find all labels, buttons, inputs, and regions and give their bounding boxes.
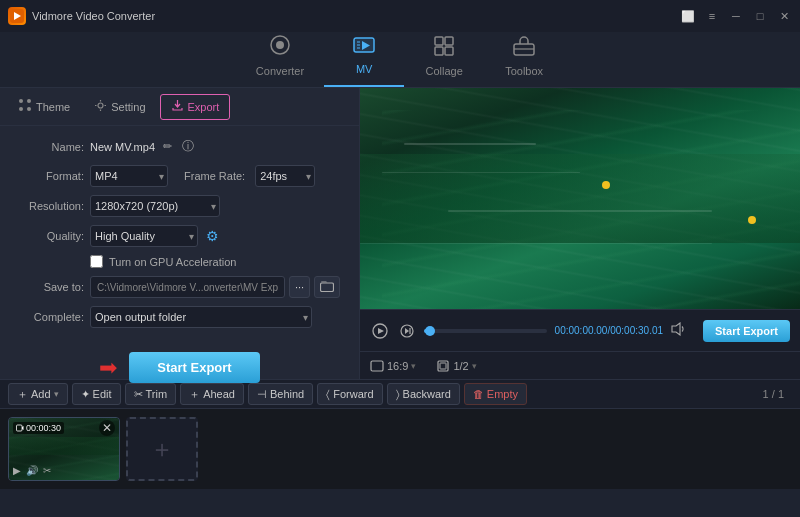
- tab-converter[interactable]: Converter: [236, 28, 324, 87]
- edit-button[interactable]: ✦ Edit: [72, 383, 121, 405]
- foam-1: [404, 143, 536, 145]
- quality-settings-button[interactable]: ⚙: [204, 226, 221, 246]
- tab-collage[interactable]: Collage: [404, 30, 484, 87]
- nav-tabs: Converter MV Collage: [0, 32, 800, 88]
- start-export-right-button[interactable]: Start Export: [703, 320, 790, 342]
- ahead-button[interactable]: ＋ Ahead: [180, 383, 244, 405]
- aspect-ratio-select[interactable]: 16:9 ▾: [370, 359, 416, 373]
- svg-rect-25: [440, 363, 446, 369]
- setting-icon: [94, 99, 107, 115]
- skip-button[interactable]: [398, 322, 416, 340]
- add-clip-button[interactable]: ＋: [126, 417, 198, 481]
- svg-rect-8: [435, 47, 443, 55]
- backward-label: Backward: [403, 388, 451, 400]
- svg-marker-22: [672, 323, 680, 335]
- trim-label: Trim: [146, 388, 168, 400]
- svg-point-13: [27, 99, 31, 103]
- export-settings: Name: New MV.mp4 ✏ ⓘ Format: MP4 Frame R…: [0, 126, 359, 338]
- titlebar: Vidmore Video Converter ⬜ ≡ ─ □ ✕: [0, 0, 800, 32]
- ahead-icon: ＋: [189, 387, 200, 402]
- clip-audio-icon[interactable]: 🔊: [26, 465, 38, 476]
- edit-name-button[interactable]: ✏: [161, 138, 174, 155]
- sub-tabs: Theme Setting Export: [0, 88, 359, 126]
- bottom-toolbar: ＋ Add ▾ ✦ Edit ✂ Trim ＋ Ahead ⊣ Behind 〈…: [0, 379, 800, 409]
- resolution-label: Resolution:: [12, 200, 84, 212]
- edit-label: Edit: [93, 388, 112, 400]
- complete-label: Complete:: [12, 311, 84, 323]
- player-controls: 00:00:00.00/00:00:30.01 Start Export: [360, 309, 800, 351]
- framerate-select-wrap: 24fps: [255, 165, 315, 187]
- mv-label: MV: [356, 63, 373, 75]
- name-value: New MV.mp4: [90, 141, 155, 153]
- theme-icon: [18, 98, 32, 115]
- empty-button[interactable]: 🗑 Empty: [464, 383, 527, 405]
- framerate-select[interactable]: 24fps: [255, 165, 315, 187]
- forward-icon: 〈: [326, 388, 330, 401]
- ratio-row: 16:9 ▾ 1/2 ▾: [360, 351, 800, 379]
- svg-rect-26: [17, 425, 23, 431]
- tab-toolbox[interactable]: Toolbox: [484, 30, 564, 87]
- add-clip-icon: ＋: [150, 433, 174, 465]
- left-panel: Theme Setting Export: [0, 88, 360, 379]
- foam-2: [382, 172, 580, 173]
- gpu-label[interactable]: Turn on GPU Acceleration: [109, 256, 236, 268]
- menu-icon[interactable]: ≡: [704, 8, 720, 24]
- maximize-button[interactable]: □: [752, 8, 768, 24]
- timeline-clip: ✕ 00:00:30 ▶ 🔊 ✂: [8, 417, 120, 481]
- clip-play-icon[interactable]: ▶: [13, 465, 21, 476]
- toolbox-label: Toolbox: [505, 65, 543, 77]
- add-label: Add: [31, 388, 51, 400]
- framerate-label: Frame Rate:: [184, 170, 245, 182]
- trim-button[interactable]: ✂ Trim: [125, 383, 177, 405]
- complete-row: Complete: Open output folder: [12, 306, 347, 328]
- clip-controls: ▶ 🔊 ✂: [13, 465, 51, 476]
- close-button[interactable]: ✕: [776, 8, 792, 24]
- add-button[interactable]: ＋ Add ▾: [8, 383, 68, 405]
- name-label: Name:: [12, 141, 84, 153]
- quality-row: Quality: High Quality ⚙: [12, 225, 347, 247]
- clip-close-button[interactable]: ✕: [99, 420, 115, 436]
- backward-button[interactable]: 〉 Backward: [387, 383, 460, 405]
- quality-select-wrap: High Quality: [90, 225, 198, 247]
- resolution-scale-select[interactable]: 1/2 ▾: [436, 359, 476, 373]
- export-icon: [171, 99, 184, 115]
- behind-label: Behind: [270, 388, 304, 400]
- saveto-label: Save to:: [12, 281, 84, 293]
- tab-export[interactable]: Export: [160, 94, 231, 120]
- format-row: Format: MP4 Frame Rate: 24fps: [12, 165, 347, 187]
- clip-trim-icon[interactable]: ✂: [43, 465, 51, 476]
- behind-button[interactable]: ⊣ Behind: [248, 383, 313, 405]
- trim-icon: ✂: [134, 388, 143, 401]
- gpu-checkbox[interactable]: [90, 255, 103, 268]
- converter-label: Converter: [256, 65, 304, 77]
- theme-label: Theme: [36, 101, 70, 113]
- tab-theme[interactable]: Theme: [8, 94, 80, 119]
- path-folder-button[interactable]: [314, 276, 340, 298]
- forward-button[interactable]: 〈 Forward: [317, 383, 382, 405]
- complete-select[interactable]: Open output folder: [90, 306, 312, 328]
- svg-point-3: [276, 41, 284, 49]
- path-dots-button[interactable]: ···: [289, 276, 310, 298]
- minimize-button[interactable]: ─: [728, 8, 744, 24]
- svg-point-12: [19, 99, 23, 103]
- clip-duration: 00:00:30: [13, 422, 64, 434]
- volume-icon[interactable]: [671, 322, 687, 339]
- resolution-select[interactable]: 1280x720 (720p): [90, 195, 220, 217]
- tab-setting[interactable]: Setting: [84, 95, 155, 119]
- empty-label: Empty: [487, 388, 518, 400]
- behind-icon: ⊣: [257, 388, 267, 401]
- format-select[interactable]: MP4: [90, 165, 168, 187]
- svg-rect-7: [445, 37, 453, 45]
- foam-4: [360, 243, 712, 244]
- start-export-left-button[interactable]: Start Export: [129, 352, 259, 383]
- play-button[interactable]: [370, 321, 390, 341]
- progress-bar[interactable]: [424, 329, 547, 333]
- quality-select[interactable]: High Quality: [90, 225, 198, 247]
- ocean-deep: [360, 154, 800, 242]
- tab-mv[interactable]: MV: [324, 30, 404, 87]
- name-info-button[interactable]: ⓘ: [180, 136, 196, 157]
- app-icon: [8, 7, 26, 25]
- aspect-ratio-value: 16:9: [387, 360, 408, 372]
- message-icon[interactable]: ⬜: [680, 8, 696, 24]
- saveto-input[interactable]: C:\Vidmore\Vidmore V...onverter\MV Expor…: [90, 276, 285, 298]
